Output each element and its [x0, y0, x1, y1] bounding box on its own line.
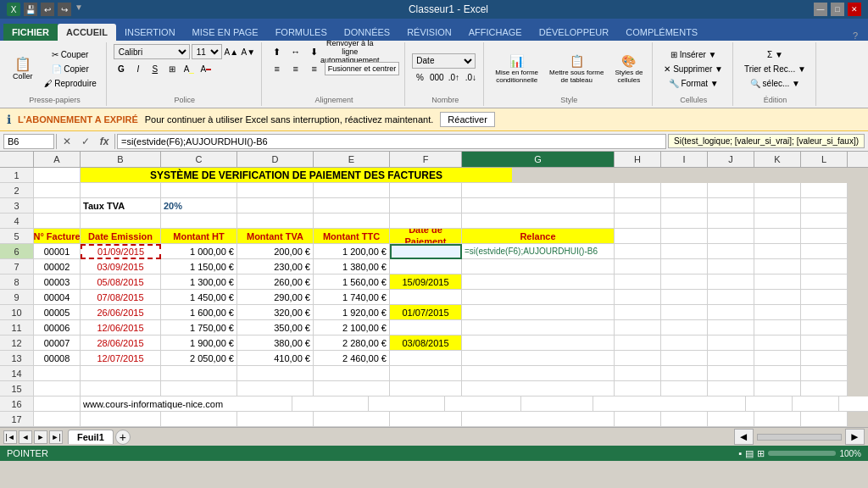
tab-developpeur[interactable]: DÉVELOPPEUR [531, 24, 618, 41]
increase-decimal-button[interactable]: .0↑ [446, 70, 461, 86]
rownum-8[interactable]: 8 [0, 274, 34, 290]
cell-j4[interactable] [708, 214, 754, 229]
cell-c13[interactable]: 2 050,00 € [161, 351, 237, 366]
cell-i6[interactable] [661, 244, 708, 259]
col-header-e[interactable]: E [314, 152, 390, 167]
cell-a4[interactable] [34, 214, 81, 229]
undo-icon[interactable]: ↩ [41, 3, 54, 16]
formula-input[interactable] [117, 134, 666, 149]
cell-c3-tva-value[interactable]: 20% [161, 198, 237, 214]
reproduire-button[interactable]: 🖌 Reproduire [40, 77, 101, 90]
col-header-h[interactable]: H [615, 152, 661, 167]
cell-k2[interactable] [754, 183, 801, 198]
cell-g16[interactable] [593, 396, 746, 412]
number-format-select[interactable]: Date [412, 53, 476, 69]
rechercher-button[interactable]: 🔍 sélec... ▼ [740, 77, 810, 90]
percent-button[interactable]: % [412, 70, 427, 86]
cell-c17[interactable] [161, 412, 237, 427]
cell-l9[interactable] [801, 290, 848, 305]
cell-f10[interactable]: 01/07/2015 [390, 305, 462, 320]
cell-i4[interactable] [661, 214, 708, 229]
mettre-tableau-button[interactable]: 📋 Mettre sous formede tableau [545, 52, 608, 86]
cell-c8[interactable]: 1 300,00 € [161, 274, 237, 290]
tab-mise-en-page[interactable]: MISE EN PAGE [184, 24, 267, 41]
sheet-nav-first[interactable]: |◄ [3, 430, 17, 444]
cell-b12[interactable]: 28/06/2015 [81, 336, 161, 351]
cell-b13[interactable]: 12/07/2015 [81, 351, 161, 366]
cell-l7[interactable] [801, 259, 848, 274]
align-middle-button[interactable]: ↔ [287, 44, 304, 59]
cell-j15[interactable] [708, 381, 754, 396]
wrap-text-button[interactable]: Renvoyer à la ligne automatiquement [325, 44, 376, 59]
cell-i17[interactable] [661, 412, 708, 427]
cell-e14[interactable] [314, 366, 390, 381]
cell-l6[interactable] [801, 244, 848, 259]
increase-font-button[interactable]: A▲ [224, 44, 239, 59]
tab-complements[interactable]: COMPLÉMENTS [617, 24, 706, 41]
cell-f16[interactable] [521, 396, 593, 412]
cell-e13[interactable]: 2 460,00 € [314, 351, 390, 366]
cell-h13[interactable] [615, 351, 661, 366]
align-center-button[interactable]: ≡ [287, 61, 304, 76]
cell-g13[interactable] [462, 351, 615, 366]
cell-j12[interactable] [708, 336, 754, 351]
cell-f15[interactable] [390, 381, 462, 396]
cell-d8[interactable]: 260,00 € [237, 274, 314, 290]
cell-j17[interactable] [708, 412, 754, 427]
cell-g10[interactable] [462, 305, 615, 320]
cell-d4[interactable] [237, 214, 314, 229]
cell-k4[interactable] [754, 214, 801, 229]
page-break-button[interactable]: ⊞ [757, 448, 765, 459]
cell-e2[interactable] [314, 183, 390, 198]
rownum-4[interactable]: 4 [0, 214, 34, 229]
cell-d13[interactable]: 410,00 € [237, 351, 314, 366]
cell-i12[interactable] [661, 336, 708, 351]
cell-c2[interactable] [161, 183, 237, 198]
tab-donnees[interactable]: DONNÉES [336, 24, 398, 41]
cell-k13[interactable] [754, 351, 801, 366]
save-icon[interactable]: 💾 [24, 3, 37, 16]
cell-j8[interactable] [708, 274, 754, 290]
cell-d11[interactable]: 350,00 € [237, 320, 314, 336]
rownum-7[interactable]: 7 [0, 259, 34, 274]
redo-icon[interactable]: ↪ [58, 3, 71, 16]
cell-d15[interactable] [237, 381, 314, 396]
cell-j2[interactable] [708, 183, 754, 198]
cell-a7[interactable]: 00002 [34, 259, 81, 274]
cell-c9[interactable]: 1 450,00 € [161, 290, 237, 305]
cell-j3[interactable] [708, 198, 754, 214]
cell-j6[interactable] [708, 244, 754, 259]
cell-i13[interactable] [661, 351, 708, 366]
cell-i11[interactable] [661, 320, 708, 336]
font-size-select[interactable]: 11 [192, 44, 222, 59]
mise-en-forme-button[interactable]: 📊 Mise en formeconditionnelle [491, 52, 542, 86]
cell-c7[interactable]: 1 150,00 € [161, 259, 237, 274]
cell-a9[interactable]: 00004 [34, 290, 81, 305]
cell-c10[interactable]: 1 600,00 € [161, 305, 237, 320]
header-i5[interactable] [661, 229, 708, 244]
cancel-formula-button[interactable]: ✕ [58, 134, 75, 149]
cell-c4[interactable] [161, 214, 237, 229]
cell-j9[interactable] [708, 290, 754, 305]
cell-k12[interactable] [754, 336, 801, 351]
decrease-decimal-button[interactable]: .0↓ [463, 70, 478, 86]
cell-j14[interactable] [708, 366, 754, 381]
couper-button[interactable]: ✂ Couper [40, 48, 101, 61]
cell-l11[interactable] [801, 320, 848, 336]
cell-b1-title[interactable]: SYSTÈME DE VERIFICATION DE PAIEMENT DES … [81, 168, 513, 183]
col-header-k[interactable]: K [754, 152, 801, 167]
cell-h12[interactable] [615, 336, 661, 351]
cell-l13[interactable] [801, 351, 848, 366]
maximize-button[interactable]: □ [831, 3, 844, 16]
cell-f3[interactable] [390, 198, 462, 214]
cell-k8[interactable] [754, 274, 801, 290]
quick-access-more[interactable]: ▼ [75, 3, 83, 16]
cell-b16-website[interactable]: www.cours-informatique-nice.com [81, 396, 292, 412]
italic-button[interactable]: I [131, 61, 146, 76]
cell-h4[interactable] [615, 214, 661, 229]
cell-a12[interactable]: 00007 [34, 336, 81, 351]
cell-h14[interactable] [615, 366, 661, 381]
cell-b10[interactable]: 26/06/2015 [81, 305, 161, 320]
header-j5[interactable] [708, 229, 754, 244]
cell-a8[interactable]: 00003 [34, 274, 81, 290]
